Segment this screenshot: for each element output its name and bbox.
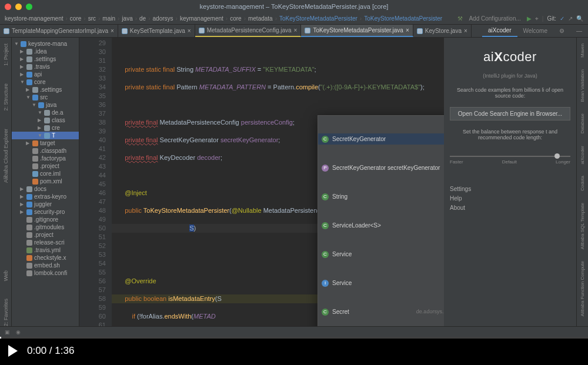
completion-item[interactable]: CServicejava.security.Provider xyxy=(318,249,444,260)
bc-method[interactable]: ToKeyStoreMetadataPersister xyxy=(364,15,442,22)
completion-item[interactable]: CSecretKeyGeneratorde.adorsys.keymanagem… xyxy=(318,133,444,145)
close-icon[interactable]: × xyxy=(294,27,298,34)
tab-aixcoder[interactable]: aiXcoder xyxy=(482,25,517,37)
tree-item[interactable]: ▶cre xyxy=(12,124,79,132)
tree-item[interactable]: .project xyxy=(12,162,79,170)
tree-item[interactable]: .project xyxy=(12,231,79,239)
completion-popup[interactable]: CSecretKeyGeneratorde.adorsys.keymanagem… xyxy=(318,115,444,326)
close-icon[interactable]: × xyxy=(464,28,467,34)
run-config-dropdown[interactable]: Add Configuration... xyxy=(466,15,523,22)
tree-item[interactable]: ▼src xyxy=(12,93,79,101)
balance-slider[interactable]: Faster Default Longer xyxy=(450,149,570,165)
volume-icon[interactable] xyxy=(513,343,526,359)
close-icon[interactable]: × xyxy=(111,28,114,34)
close-icon[interactable]: × xyxy=(188,28,191,34)
bc-item[interactable]: core xyxy=(70,15,81,22)
file-tab-active[interactable]: ToKeyStoreMetadataPersister.java× xyxy=(301,25,413,37)
tree-item[interactable]: ▶class xyxy=(12,116,79,124)
play-icon[interactable] xyxy=(8,345,18,357)
tool-bean[interactable]: Bean Validation xyxy=(580,69,585,102)
tree-item[interactable]: .gitignore xyxy=(12,216,79,223)
tool-database[interactable]: Database xyxy=(580,113,585,133)
tree-item[interactable]: ▼core xyxy=(12,78,79,86)
gear-icon[interactable]: ⚙ xyxy=(553,25,570,37)
bc-item[interactable]: keymanagement xyxy=(180,15,223,22)
tree-item[interactable]: .gitmodules xyxy=(12,223,79,231)
tool-cloud[interactable]: Alibaba Cloud Explorer xyxy=(3,129,9,183)
close-icon[interactable] xyxy=(5,4,11,10)
tree-item[interactable]: checkstyle.x xyxy=(12,254,79,262)
code-editor[interactable]: 29303132 33343536 37383940 41424344 4546… xyxy=(79,38,444,326)
git-history-icon[interactable]: ↗ xyxy=(568,15,573,22)
bc-class[interactable]: ToKeyStoreMetadataPersister xyxy=(279,15,358,22)
tree-item[interactable]: ▶.settings xyxy=(12,86,79,93)
tool-fav[interactable]: 2: Favorites xyxy=(3,299,9,326)
zoom-icon[interactable] xyxy=(26,4,32,10)
minimize-icon[interactable] xyxy=(15,4,22,10)
git-update-icon[interactable]: ✓ xyxy=(560,15,564,22)
project-tree[interactable]: ▼keystore-mana ▶.idea ▶.settings ▶.travi… xyxy=(12,38,79,326)
file-tab[interactable]: KeySetTemplate.java× xyxy=(118,25,195,37)
fullscreen-icon[interactable] xyxy=(541,344,553,358)
slider-knob[interactable] xyxy=(554,153,560,159)
tool-project[interactable]: 1: Project xyxy=(3,43,9,66)
tool-alifn[interactable]: Alibaba Function Compute xyxy=(580,261,585,316)
tree-item[interactable]: embed.sh xyxy=(12,262,79,269)
file-tab[interactable]: TemplateMappingGeneratorImpl.java× xyxy=(0,25,118,37)
tree-item[interactable]: ▼java xyxy=(12,101,79,109)
tool-maven[interactable]: Maven xyxy=(580,43,585,58)
tree-item[interactable]: lombok.confi xyxy=(12,269,79,277)
tool-alisql[interactable]: Alibaba SQL Template xyxy=(580,203,585,249)
bc-item[interactable]: core xyxy=(230,15,241,22)
settings-link[interactable]: Settings xyxy=(450,185,471,194)
completion-item[interactable]: CServiceLoader<S>java.util xyxy=(318,220,444,231)
tree-item[interactable]: .classpath xyxy=(12,147,79,155)
bc-item[interactable]: metadata xyxy=(248,15,273,22)
video-progress-bar[interactable] xyxy=(0,337,588,339)
file-tab[interactable]: KeyStore.java× xyxy=(413,25,472,37)
tree-item[interactable]: ▶.travis xyxy=(12,63,79,71)
bc-item[interactable]: de xyxy=(139,15,146,22)
tree-item[interactable]: ▶docs xyxy=(12,185,79,193)
more-icon[interactable] xyxy=(568,344,580,358)
bc-item[interactable]: src xyxy=(88,15,96,22)
tree-item[interactable]: ▶.settings xyxy=(12,55,79,63)
completion-item[interactable]: CSecretde.adorsys.keymanagement.api.type… xyxy=(318,306,444,317)
close-icon[interactable]: × xyxy=(406,27,409,34)
build-icon[interactable]: ⚒ xyxy=(457,15,463,22)
help-link[interactable]: Help xyxy=(450,194,471,203)
tree-item-selected[interactable]: ▼T xyxy=(12,132,79,139)
tree-item[interactable]: .factorypa xyxy=(12,155,79,162)
tree-item[interactable]: ▶.idea xyxy=(12,48,79,55)
open-search-button[interactable]: Open Code Search Engine in Browser... xyxy=(450,107,570,120)
hide-icon[interactable]: — xyxy=(570,25,588,37)
tree-item[interactable]: release-scri xyxy=(12,239,79,246)
tab-welcome[interactable]: Welcome xyxy=(517,25,554,37)
tree-item[interactable]: ▶extras-keyro xyxy=(12,193,79,200)
about-link[interactable]: About xyxy=(450,203,471,213)
tree-item[interactable]: ▼de.a xyxy=(12,109,79,116)
tree-item[interactable]: ▶target xyxy=(12,139,79,147)
tree-root[interactable]: ▼keystore-mana xyxy=(12,40,79,48)
status-item[interactable]: ◉ xyxy=(16,329,21,335)
tool-aixcoder[interactable]: aiXcoder xyxy=(580,146,585,165)
bc-item[interactable]: adorsys xyxy=(153,15,173,22)
tree-item[interactable]: ▶security-pro xyxy=(12,208,79,216)
bc-item[interactable]: keystore-management xyxy=(5,15,64,22)
tree-item[interactable]: core.iml xyxy=(12,170,79,178)
debug-icon[interactable]: ⌖ xyxy=(535,15,539,22)
tool-web[interactable]: Web xyxy=(3,270,9,281)
tree-item[interactable]: .travis.yml xyxy=(12,246,79,254)
code-content[interactable]: private static final String METADATA_SUF… xyxy=(112,38,444,326)
search-icon[interactable]: 🔍 xyxy=(576,15,583,22)
status-item[interactable]: ▣ xyxy=(5,329,10,335)
bc-item[interactable]: java xyxy=(122,15,132,22)
file-tab[interactable]: MetadataPersistenceConfig.java× xyxy=(195,25,302,37)
run-icon[interactable]: ▶ xyxy=(527,15,532,22)
tree-item[interactable]: ▶api xyxy=(12,71,79,78)
bc-item[interactable]: main xyxy=(102,15,115,22)
completion-item[interactable]: CStringjava.lang xyxy=(318,191,444,202)
tree-item[interactable]: ▶juggler xyxy=(12,200,79,208)
tool-structure[interactable]: 2: Structure xyxy=(3,83,9,111)
tool-codota[interactable]: Codota xyxy=(580,176,585,191)
